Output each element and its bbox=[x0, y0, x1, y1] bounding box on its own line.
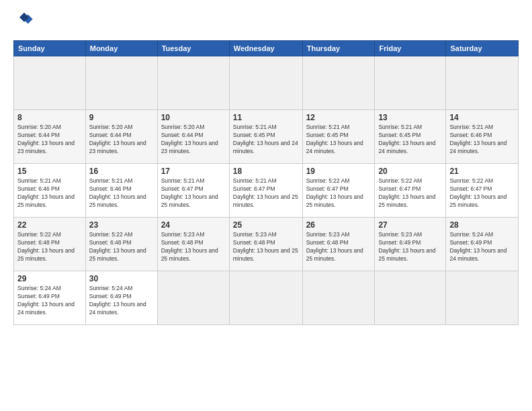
logo-icon bbox=[15, 11, 34, 30]
calendar-cell: 14Sunrise: 5:21 AMSunset: 6:46 PMDayligh… bbox=[446, 110, 519, 164]
calendar-cell: 29Sunrise: 5:24 AMSunset: 6:49 PMDayligh… bbox=[14, 271, 86, 325]
day-info: Sunrise: 5:21 AMSunset: 6:47 PMDaylight:… bbox=[161, 177, 226, 210]
calendar-cell bbox=[375, 56, 446, 110]
calendar-cell bbox=[85, 56, 157, 110]
calendar-cell bbox=[375, 271, 446, 325]
day-number: 17 bbox=[161, 167, 226, 176]
day-info: Sunrise: 5:23 AMSunset: 6:48 PMDaylight:… bbox=[306, 231, 371, 263]
day-number: 30 bbox=[89, 274, 154, 283]
day-number: 11 bbox=[233, 113, 299, 122]
day-number: 9 bbox=[89, 113, 154, 122]
day-info: Sunrise: 5:23 AMSunset: 6:49 PMDaylight:… bbox=[378, 231, 442, 263]
calendar-cell: 24Sunrise: 5:23 AMSunset: 6:48 PMDayligh… bbox=[157, 218, 229, 271]
day-info: Sunrise: 5:21 AMSunset: 6:46 PMDaylight:… bbox=[17, 177, 82, 210]
weekday-header-thursday: Thursday bbox=[302, 41, 375, 56]
day-number: 16 bbox=[89, 167, 154, 176]
day-info: Sunrise: 5:24 AMSunset: 6:49 PMDaylight:… bbox=[89, 285, 154, 317]
calendar-cell: 26Sunrise: 5:23 AMSunset: 6:48 PMDayligh… bbox=[302, 218, 375, 271]
calendar-cell bbox=[302, 56, 375, 110]
day-number: 19 bbox=[306, 167, 371, 176]
day-number: 15 bbox=[17, 167, 82, 176]
header bbox=[13, 11, 519, 32]
calendar-cell: 28Sunrise: 5:24 AMSunset: 6:49 PMDayligh… bbox=[446, 218, 519, 271]
weekday-header-tuesday: Tuesday bbox=[157, 41, 229, 56]
day-info: Sunrise: 5:21 AMSunset: 6:46 PMDaylight:… bbox=[89, 177, 154, 210]
day-number: 20 bbox=[378, 167, 442, 176]
day-info: Sunrise: 5:24 AMSunset: 6:49 PMDaylight:… bbox=[449, 231, 515, 263]
calendar-cell bbox=[157, 56, 229, 110]
calendar-cell bbox=[302, 271, 375, 325]
day-number: 25 bbox=[233, 220, 299, 230]
day-number: 10 bbox=[161, 113, 226, 122]
day-info: Sunrise: 5:21 AMSunset: 6:45 PMDaylight:… bbox=[306, 124, 371, 156]
day-number: 27 bbox=[378, 220, 442, 230]
calendar-cell: 21Sunrise: 5:22 AMSunset: 6:47 PMDayligh… bbox=[446, 164, 519, 218]
calendar-cell: 11Sunrise: 5:21 AMSunset: 6:45 PMDayligh… bbox=[229, 110, 302, 164]
day-number: 26 bbox=[306, 220, 371, 230]
calendar-body: 8Sunrise: 5:20 AMSunset: 6:44 PMDaylight… bbox=[14, 56, 519, 325]
calendar-cell bbox=[157, 271, 229, 325]
calendar-cell bbox=[229, 56, 302, 110]
day-number: 22 bbox=[17, 220, 82, 230]
calendar-cell: 30Sunrise: 5:24 AMSunset: 6:49 PMDayligh… bbox=[85, 271, 157, 325]
calendar-cell: 20Sunrise: 5:22 AMSunset: 6:47 PMDayligh… bbox=[375, 164, 446, 218]
calendar-cell: 13Sunrise: 5:21 AMSunset: 6:45 PMDayligh… bbox=[375, 110, 446, 164]
calendar-week-1 bbox=[14, 56, 519, 110]
calendar-week-2: 8Sunrise: 5:20 AMSunset: 6:44 PMDaylight… bbox=[14, 110, 519, 164]
day-number: 8 bbox=[17, 113, 82, 122]
logo bbox=[13, 11, 36, 32]
calendar-cell: 10Sunrise: 5:20 AMSunset: 6:44 PMDayligh… bbox=[157, 110, 229, 164]
calendar-cell: 16Sunrise: 5:21 AMSunset: 6:46 PMDayligh… bbox=[85, 164, 157, 218]
weekday-header-row: SundayMondayTuesdayWednesdayThursdayFrid… bbox=[14, 41, 519, 56]
calendar-cell: 22Sunrise: 5:22 AMSunset: 6:48 PMDayligh… bbox=[14, 218, 86, 271]
day-info: Sunrise: 5:24 AMSunset: 6:49 PMDaylight:… bbox=[17, 285, 82, 317]
day-info: Sunrise: 5:21 AMSunset: 6:47 PMDaylight:… bbox=[233, 177, 299, 210]
day-number: 14 bbox=[449, 113, 515, 122]
day-info: Sunrise: 5:22 AMSunset: 6:47 PMDaylight:… bbox=[378, 177, 442, 210]
calendar-week-4: 22Sunrise: 5:22 AMSunset: 6:48 PMDayligh… bbox=[14, 218, 519, 271]
day-info: Sunrise: 5:23 AMSunset: 6:48 PMDaylight:… bbox=[233, 231, 299, 263]
weekday-header-monday: Monday bbox=[85, 41, 157, 56]
weekday-header-friday: Friday bbox=[375, 41, 446, 56]
calendar-cell: 9Sunrise: 5:20 AMSunset: 6:44 PMDaylight… bbox=[85, 110, 157, 164]
weekday-header-wednesday: Wednesday bbox=[229, 41, 302, 56]
calendar-cell: 25Sunrise: 5:23 AMSunset: 6:48 PMDayligh… bbox=[229, 218, 302, 271]
day-info: Sunrise: 5:22 AMSunset: 6:48 PMDaylight:… bbox=[17, 231, 82, 263]
calendar-cell: 18Sunrise: 5:21 AMSunset: 6:47 PMDayligh… bbox=[229, 164, 302, 218]
calendar-cell: 8Sunrise: 5:20 AMSunset: 6:44 PMDaylight… bbox=[14, 110, 86, 164]
day-number: 13 bbox=[378, 113, 442, 122]
calendar-cell bbox=[446, 271, 519, 325]
day-info: Sunrise: 5:23 AMSunset: 6:48 PMDaylight:… bbox=[161, 231, 226, 263]
calendar-cell bbox=[446, 56, 519, 110]
calendar-cell: 15Sunrise: 5:21 AMSunset: 6:46 PMDayligh… bbox=[14, 164, 86, 218]
weekday-header-sunday: Sunday bbox=[14, 41, 86, 56]
day-number: 18 bbox=[233, 167, 299, 176]
day-number: 28 bbox=[449, 220, 515, 230]
day-info: Sunrise: 5:21 AMSunset: 6:46 PMDaylight:… bbox=[449, 124, 515, 156]
calendar-cell: 19Sunrise: 5:22 AMSunset: 6:47 PMDayligh… bbox=[302, 164, 375, 218]
day-info: Sunrise: 5:21 AMSunset: 6:45 PMDaylight:… bbox=[233, 124, 299, 156]
day-info: Sunrise: 5:20 AMSunset: 6:44 PMDaylight:… bbox=[161, 124, 226, 156]
page: SundayMondayTuesdayWednesdayThursdayFrid… bbox=[0, 0, 532, 411]
day-number: 29 bbox=[17, 274, 82, 283]
day-info: Sunrise: 5:20 AMSunset: 6:44 PMDaylight:… bbox=[89, 124, 154, 156]
calendar-week-3: 15Sunrise: 5:21 AMSunset: 6:46 PMDayligh… bbox=[14, 164, 519, 218]
day-info: Sunrise: 5:22 AMSunset: 6:48 PMDaylight:… bbox=[89, 231, 154, 263]
calendar-cell: 17Sunrise: 5:21 AMSunset: 6:47 PMDayligh… bbox=[157, 164, 229, 218]
calendar-cell bbox=[229, 271, 302, 325]
calendar-cell: 12Sunrise: 5:21 AMSunset: 6:45 PMDayligh… bbox=[302, 110, 375, 164]
calendar-table: SundayMondayTuesdayWednesdayThursdayFrid… bbox=[13, 40, 519, 325]
calendar-week-5: 29Sunrise: 5:24 AMSunset: 6:49 PMDayligh… bbox=[14, 271, 519, 325]
day-number: 24 bbox=[161, 220, 226, 230]
day-number: 21 bbox=[449, 167, 515, 176]
day-info: Sunrise: 5:20 AMSunset: 6:44 PMDaylight:… bbox=[17, 124, 82, 156]
calendar-cell: 27Sunrise: 5:23 AMSunset: 6:49 PMDayligh… bbox=[375, 218, 446, 271]
weekday-header-saturday: Saturday bbox=[446, 41, 519, 56]
calendar-cell bbox=[14, 56, 86, 110]
calendar-cell: 23Sunrise: 5:22 AMSunset: 6:48 PMDayligh… bbox=[85, 218, 157, 271]
day-info: Sunrise: 5:22 AMSunset: 6:47 PMDaylight:… bbox=[449, 177, 515, 210]
day-info: Sunrise: 5:22 AMSunset: 6:47 PMDaylight:… bbox=[306, 177, 371, 210]
day-number: 23 bbox=[89, 220, 154, 230]
day-number: 12 bbox=[306, 113, 371, 122]
day-info: Sunrise: 5:21 AMSunset: 6:45 PMDaylight:… bbox=[378, 124, 442, 156]
